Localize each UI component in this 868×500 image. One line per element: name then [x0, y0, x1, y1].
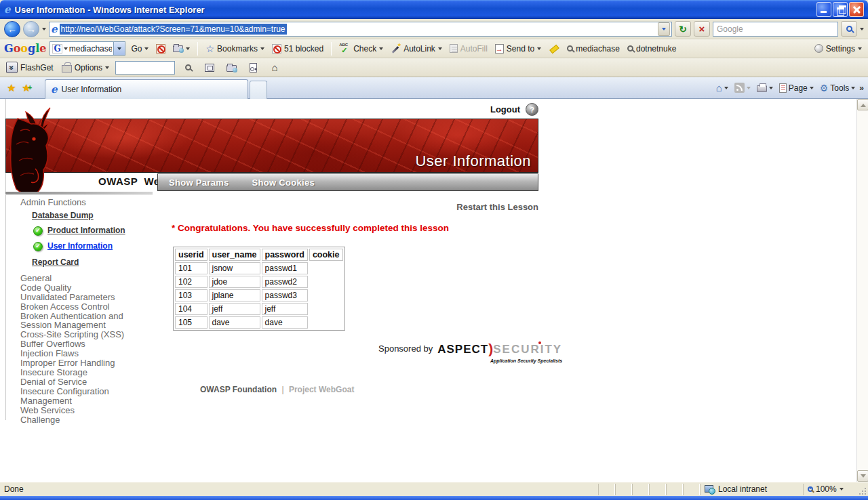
table-row: 101jsnowpasswd1 — [175, 262, 343, 274]
sidebar-item-report-card[interactable]: Report Card — [32, 257, 151, 268]
resize-grip[interactable] — [856, 482, 868, 497]
sidebar-item-challenge[interactable]: Challenge — [20, 415, 151, 425]
bookmarks-button[interactable]: ☆ Bookmarks — [203, 42, 267, 56]
spellcheck-button[interactable]: ABC✓ Check — [337, 42, 385, 55]
home-button[interactable]: ⌂ — [714, 82, 730, 94]
popup-blocker-button[interactable]: 51 blocked — [270, 43, 326, 55]
scroll-up-button[interactable] — [857, 99, 868, 110]
scroll-down-button[interactable] — [857, 470, 868, 482]
sidebar-item-buffer-overflows[interactable]: Buffer Overflows — [20, 339, 151, 349]
sidebar-item-insecure-storage[interactable]: Insecure Storage — [20, 368, 151, 377]
refresh-icon: ↻ — [679, 24, 687, 35]
sidebar-item-general[interactable]: General — [20, 274, 151, 283]
feeds-button[interactable] — [732, 81, 753, 94]
sponsor-block: Sponsored by ASPECT ) SECURITY Applicati… — [378, 340, 562, 356]
flashget-search-button[interactable] — [179, 60, 197, 75]
flashget-url-input[interactable] — [115, 61, 175, 75]
page-menu-button[interactable]: Page — [777, 82, 816, 94]
history-dropdown-icon[interactable] — [42, 28, 46, 33]
autolink-button[interactable]: AutoLink — [389, 43, 444, 55]
zoom-control[interactable]: 100% — [803, 484, 856, 495]
highlighter-button[interactable] — [547, 42, 561, 55]
autofill-button[interactable]: AutoFill — [448, 43, 490, 55]
print-button[interactable] — [755, 82, 775, 93]
google-go-button[interactable]: Go — [129, 43, 151, 55]
forward-button[interactable]: → — [23, 21, 39, 37]
sidebar-item-insecure-configuration-management[interactable]: Insecure Configuration Management — [20, 387, 151, 405]
sidebar-item-user-information[interactable]: ✓User Information — [33, 242, 151, 251]
restore-button[interactable] — [833, 2, 848, 17]
sidebar-item-web-services[interactable]: Web Services — [20, 406, 151, 415]
security-zone-pane: Local intranet — [700, 484, 803, 495]
tab-user-information[interactable]: e User Information — [45, 79, 248, 99]
bookmarks-label: Bookmarks — [217, 44, 258, 54]
add-favorite-button[interactable]: ★+ — [22, 82, 31, 94]
autolink-label: AutoLink — [403, 44, 435, 54]
search-button[interactable] — [841, 21, 857, 37]
table-cell: 105 — [175, 316, 208, 329]
sidebar-item-unvalidated-parameters[interactable]: Unvalidated Parameters — [20, 293, 151, 302]
rss-icon — [734, 83, 745, 93]
show-params-button[interactable]: Show Params — [169, 178, 229, 188]
toolbar-separator — [331, 42, 332, 56]
minimize-button[interactable] — [816, 2, 831, 17]
refresh-button[interactable]: ↻ — [675, 21, 691, 37]
close-button[interactable] — [849, 2, 864, 17]
dotnetnuke-search-button[interactable]: dotnetnuke — [625, 43, 678, 55]
restart-lesson-link[interactable]: Restart this Lesson — [456, 202, 538, 212]
flashget-download-page-button[interactable] — [244, 60, 262, 75]
send-to-button[interactable]: Send to — [493, 43, 543, 55]
url-text[interactable]: http://neo/WebGoat/attack?Screen=71&menu… — [60, 24, 287, 35]
logout-button[interactable]: Logout — [490, 104, 520, 114]
flashget-home-button[interactable]: ⌂ — [266, 60, 283, 75]
tools-menu-button[interactable]: ⚙Tools — [818, 81, 858, 95]
show-cookies-button[interactable]: Show Cookies — [252, 178, 315, 188]
help-button[interactable]: ? — [526, 103, 538, 116]
sidebar-item-broken-authentication-and-session-management[interactable]: Broken Authentication and Session Manage… — [20, 312, 151, 330]
toolbar-overflow-chevron[interactable]: » — [859, 83, 864, 93]
chevron-down-icon — [64, 47, 68, 52]
security-text: SECURITY — [493, 343, 562, 356]
mediachase-search-button[interactable]: mediachase — [565, 43, 622, 55]
toolbar-separator — [197, 42, 198, 56]
new-tab-button[interactable] — [250, 81, 267, 99]
sidebar-item-cross-site-scripting-xss[interactable]: Cross-Site Scripting (XSS) — [20, 330, 151, 339]
google-combo-dropdown[interactable] — [113, 42, 125, 55]
sidebar-item-improper-error-handling[interactable]: Improper Error Handling — [20, 358, 151, 368]
completed-check-icon: ✓ — [33, 226, 43, 236]
table-header-cell: password — [262, 249, 308, 261]
sidebar-item-product-information[interactable]: ✓Product Information — [33, 226, 151, 236]
search-options-dropdown-icon[interactable] — [860, 28, 864, 33]
chevron-down-icon — [144, 47, 149, 52]
go-label: Go — [131, 44, 142, 54]
back-button[interactable]: ← — [4, 21, 20, 37]
sidebar-link-label[interactable]: Product Information — [47, 226, 125, 236]
sidebar-item-denial-of-service[interactable]: Denial of Service — [20, 377, 151, 387]
sidebar-link-label[interactable]: Report Card — [32, 257, 79, 267]
search-news-button[interactable] — [154, 43, 167, 55]
owasp-foundation-link[interactable]: OWASP Foundation — [200, 385, 277, 394]
settings-button[interactable]: Settings — [812, 43, 864, 55]
search-site-button[interactable] — [171, 44, 192, 54]
google-search-value[interactable]: mediachase — [69, 44, 113, 54]
stop-button[interactable]: × — [694, 21, 710, 37]
vertical-scrollbar[interactable] — [856, 99, 868, 482]
settings-label: Settings — [826, 44, 855, 54]
google-search-combo[interactable]: G mediachase — [50, 41, 125, 56]
flashget-site-explorer-button[interactable] — [222, 60, 240, 75]
sidebar-link-label[interactable]: User Information — [47, 242, 113, 251]
address-bar[interactable]: e http://neo/WebGoat/attack?Screen=71&me… — [49, 22, 672, 37]
sidebar-menu: Admin FunctionsDatabase Dump✓Product Inf… — [20, 198, 151, 425]
sidebar-item-code-quality[interactable]: Code Quality — [20, 283, 151, 293]
flashget-options-button[interactable]: Options — [60, 61, 111, 74]
favorites-center-button[interactable]: ★ — [7, 82, 16, 94]
flashget-button[interactable]: » FlashGet — [4, 60, 56, 75]
search-input[interactable]: Google — [713, 22, 838, 37]
sidebar-item-broken-access-control[interactable]: Broken Access Control — [20, 302, 151, 312]
project-webgoat-link[interactable]: Project WebGoat — [289, 385, 354, 394]
flashget-capture-button[interactable] — [201, 60, 218, 75]
address-dropdown-button[interactable] — [658, 22, 670, 36]
sidebar-item-injection-flaws[interactable]: Injection Flaws — [20, 349, 151, 358]
table-cell: jeff — [262, 303, 308, 315]
table-cell — [309, 303, 343, 315]
